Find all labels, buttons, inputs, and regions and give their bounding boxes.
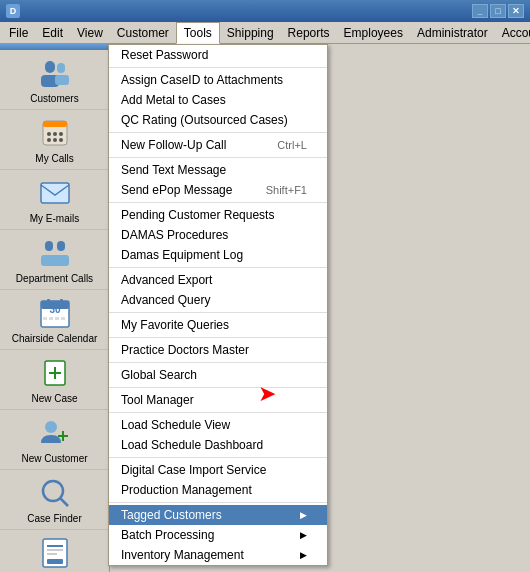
dropdown-item-label: Practice Doctors Master (121, 343, 249, 357)
dropdown-item-pending-customer-requests[interactable]: Pending Customer Requests (109, 205, 327, 225)
menu-item-accounting[interactable]: Accounting (495, 23, 530, 43)
svg-rect-37 (47, 559, 63, 564)
sidebar-item-label: My E-mails (30, 213, 79, 224)
dropdown-item-label: New Follow-Up Call (121, 138, 226, 152)
dropdown-item-practice-doctors-master[interactable]: Practice Doctors Master (109, 340, 327, 360)
dropdown-item-send-text-message[interactable]: Send Text Message (109, 160, 327, 180)
dropdown-item-digital-case-import-service[interactable]: Digital Case Import Service (109, 460, 327, 480)
casefinder-icon (37, 475, 73, 511)
svg-rect-22 (49, 317, 53, 320)
dropdown-item-load-schedule-dashboard[interactable]: Load Schedule Dashboard (109, 435, 327, 455)
menu-item-reports[interactable]: Reports (281, 23, 337, 43)
dropdown-item-reset-password[interactable]: Reset Password (109, 45, 327, 65)
menu-separator (109, 267, 327, 268)
dropdown-item-advanced-query[interactable]: Advanced Query (109, 290, 327, 310)
menu-separator (109, 412, 327, 413)
sidebar-item-case-finder[interactable]: Case Finder (0, 470, 109, 530)
menu-item-view[interactable]: View (70, 23, 110, 43)
minimize-button[interactable]: _ (472, 4, 488, 18)
menu-item-tools[interactable]: Tools (176, 22, 220, 44)
dropdown-item-add-metal-to-cases[interactable]: Add Metal to Cases (109, 90, 327, 110)
dropdown-item-label: Digital Case Import Service (121, 463, 266, 477)
svg-rect-15 (41, 255, 69, 266)
menu-separator (109, 362, 327, 363)
menu-item-file[interactable]: File (2, 23, 35, 43)
sidebar-item-label: New Case (31, 393, 77, 404)
dropdown-item-label: Add Metal to Cases (121, 93, 226, 107)
dropdown-item-tool-manager[interactable]: Tool Manager (109, 390, 327, 410)
menu-separator (109, 132, 327, 133)
dropdown-item-label: Inventory Management (121, 548, 244, 562)
app-icon: D (6, 4, 20, 18)
sidebar-item-label: Case Finder (27, 513, 81, 524)
svg-point-28 (45, 421, 57, 433)
dropdown-item-send-epop-message[interactable]: Send ePop MessageShift+F1 (109, 180, 327, 200)
dropdown-item-label: DAMAS Procedures (121, 228, 228, 242)
svg-rect-12 (41, 183, 69, 203)
close-button[interactable]: ✕ (508, 4, 524, 18)
menu-separator (109, 457, 327, 458)
calls-icon (37, 115, 73, 151)
svg-rect-13 (45, 241, 53, 251)
menu-separator (109, 502, 327, 503)
dropdown-item-label: Assign CaseID to Attachments (121, 73, 283, 87)
menu-separator (109, 157, 327, 158)
svg-rect-23 (55, 317, 59, 320)
dropdown-item-label: Send Text Message (121, 163, 226, 177)
dropdown-item-batch-processing[interactable]: Batch Processing (109, 525, 327, 545)
dropdown-item-inventory-management[interactable]: Inventory Management (109, 545, 327, 565)
sidebar-item-label: Chairside Calendar (12, 333, 98, 344)
dropdown-item-production-management[interactable]: Production Management (109, 480, 327, 500)
sidebar-item-my-calls[interactable]: My Calls (0, 110, 109, 170)
menu-separator (109, 387, 327, 388)
dropdown-item-label: Damas Equipment Log (121, 248, 243, 262)
menu-item-employees[interactable]: Employees (337, 23, 410, 43)
sidebar-items: CustomersMy CallsMy E-mailsDepartment Ca… (0, 50, 109, 572)
dropdown-item-assign-caseid-to-attachments[interactable]: Assign CaseID to Attachments (109, 70, 327, 90)
menu-item-administrator[interactable]: Administrator (410, 23, 495, 43)
window-controls[interactable]: _ □ ✕ (472, 4, 524, 18)
title-bar: D _ □ ✕ (0, 0, 530, 22)
dropdown-item-damas-equipment-log[interactable]: Damas Equipment Log (109, 245, 327, 265)
svg-point-11 (59, 138, 63, 142)
svg-point-8 (59, 132, 63, 136)
calendar-icon: 30 (37, 295, 73, 331)
dropdown-item-advanced-export[interactable]: Advanced Export (109, 270, 327, 290)
dropdown-item-label: Load Schedule Dashboard (121, 438, 263, 452)
dropdown-item-qc-rating-(outsourced-cases)[interactable]: QC Rating (Outsourced Cases) (109, 110, 327, 130)
maximize-button[interactable]: □ (490, 4, 506, 18)
svg-line-32 (60, 498, 68, 506)
dropdown-item-load-schedule-view[interactable]: Load Schedule View (109, 415, 327, 435)
dropdown-item-label: Tagged Customers (121, 508, 222, 522)
menu-item-customer[interactable]: Customer (110, 23, 176, 43)
sidebar-item-chairside-calendar[interactable]: 30Chairside Calendar (0, 290, 109, 350)
svg-rect-14 (57, 241, 65, 251)
svg-point-9 (47, 138, 51, 142)
dropdown-item-label: Global Search (121, 368, 197, 382)
menu-item-edit[interactable]: Edit (35, 23, 70, 43)
menu-item-shipping[interactable]: Shipping (220, 23, 281, 43)
dropdown-item-global-search[interactable]: Global Search (109, 365, 327, 385)
sidebar-item-my-e-mails[interactable]: My E-mails (0, 170, 109, 230)
dropdown-item-new-follow-up-call[interactable]: New Follow-Up CallCtrl+L (109, 135, 327, 155)
dropdown-item-label: Pending Customer Requests (121, 208, 274, 222)
sidebar-item-invoice-case[interactable]: Invoice Case (0, 530, 109, 572)
sidebar-item-new-customer[interactable]: New Customer (0, 410, 109, 470)
svg-point-7 (53, 132, 57, 136)
sidebar-item-customers[interactable]: Customers (0, 50, 109, 110)
sidebar-item-department-calls[interactable]: Department Calls (0, 230, 109, 290)
dropdown-item-damas-procedures[interactable]: DAMAS Procedures (109, 225, 327, 245)
svg-rect-21 (43, 317, 47, 320)
newcustomer-icon (37, 415, 73, 451)
dropdown-item-tagged-customers[interactable]: Tagged Customers (109, 505, 327, 525)
dropdown-item-label: Production Management (121, 483, 252, 497)
sidebar-item-label: Customers (30, 93, 78, 104)
sidebar-item-label: Department Calls (16, 273, 93, 284)
dropdown-item-label: Send ePop Message (121, 183, 232, 197)
svg-rect-2 (57, 63, 65, 73)
dropdown-item-my-favorite-queries[interactable]: My Favorite Queries (109, 315, 327, 335)
sidebar-item-new-case[interactable]: New Case (0, 350, 109, 410)
dropdown-item-shortcut: Shift+F1 (266, 184, 307, 196)
svg-point-6 (47, 132, 51, 136)
menu-separator (109, 337, 327, 338)
